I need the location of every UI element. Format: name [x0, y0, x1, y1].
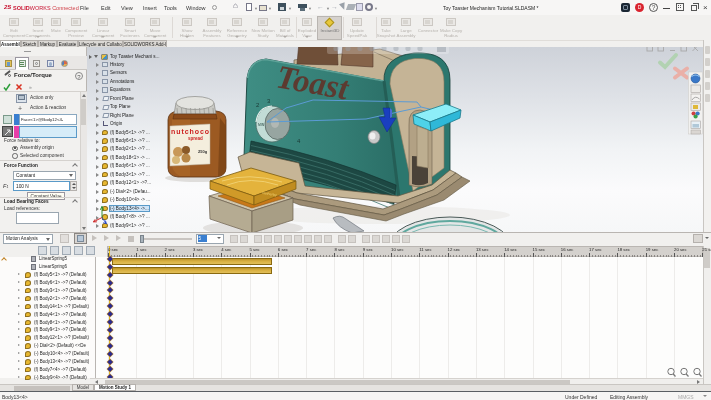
svg-text:nutchoco: nutchoco — [171, 128, 209, 135]
svg-text:spread: spread — [188, 136, 203, 141]
svg-text:MIN: MIN — [258, 123, 265, 127]
svg-text:250g: 250g — [198, 149, 208, 154]
